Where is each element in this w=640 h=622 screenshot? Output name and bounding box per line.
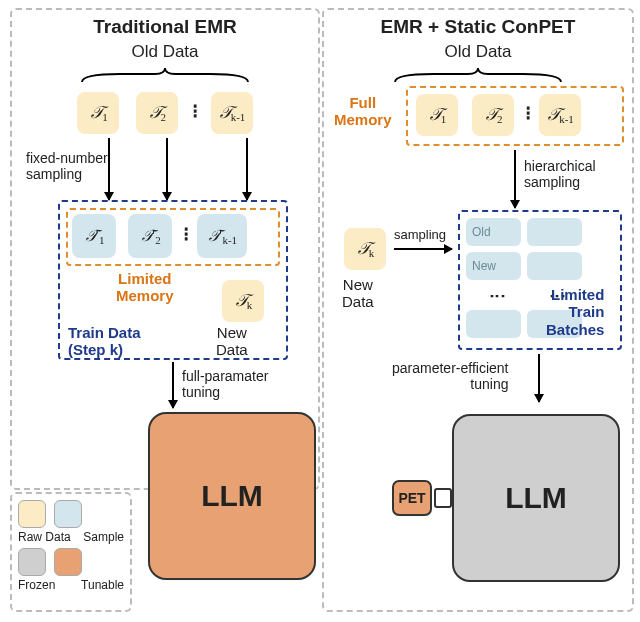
legend-swatch-tunable (54, 548, 82, 576)
task-box-tk1-r: 𝒯k-1 (539, 94, 581, 136)
new-data-label-right: New Data (342, 276, 374, 311)
task-box-tk-r: 𝒯k (344, 228, 386, 270)
arrow-icon (538, 354, 540, 402)
batch-cell (527, 218, 582, 246)
sample-box-s1: 𝒯'1 (72, 214, 116, 258)
limited-memory-label: Limited Memory (116, 270, 174, 305)
legend-sample (54, 500, 82, 528)
arrow-icon (514, 150, 516, 208)
dots-icon: ⁝ (192, 100, 196, 122)
sample-box-s2: 𝒯'2 (128, 214, 172, 258)
dots-icon: ⁝ (525, 102, 529, 124)
arrow-icon (172, 362, 174, 408)
old-data-label-left: Old Data (12, 42, 318, 62)
task-box-t2: 𝒯2 (136, 92, 178, 134)
llm-box-tunable: LLM (148, 412, 316, 580)
emr-conpet-panel: EMR + Static ConPET Old Data Full Memory… (322, 8, 634, 612)
task-box-t1-r: 𝒯1 (416, 94, 458, 136)
left-title: Traditional EMR (12, 16, 318, 38)
train-data-label: Train Data (Step k) (68, 324, 141, 359)
batch-cell-old: Old (466, 218, 521, 246)
old-data-label-right: Old Data (324, 42, 632, 62)
arrow-icon (166, 138, 168, 200)
llm-label: LLM (201, 479, 263, 513)
legend-swatch-frozen (18, 548, 46, 576)
batch-cell (466, 310, 521, 338)
pet-tuning-label: parameter-efficient tuning (392, 360, 508, 392)
full-param-label: full-paramater tuning (182, 368, 268, 400)
arrow-icon (108, 138, 110, 200)
brace-icon (80, 66, 250, 84)
legend-frozen-label: Frozen (18, 578, 55, 592)
legend-raw-label: Raw Data (18, 530, 71, 544)
hier-sampling-label: hierarchical sampling (524, 158, 596, 190)
brace-icon (393, 66, 563, 84)
sample-box-sk1: 𝒯'k-1 (197, 214, 247, 258)
right-title: EMR + Static ConPET (324, 16, 632, 38)
task-box-tk1: 𝒯k-1 (211, 92, 253, 134)
connector-box (434, 488, 452, 508)
dots-icon: ⋮ (488, 288, 507, 301)
batch-cell (527, 252, 582, 280)
llm-label-right: LLM (505, 481, 567, 515)
task-box-t2-r: 𝒯2 (472, 94, 514, 136)
legend-swatch-sample (54, 500, 82, 528)
legend-sample-label: Sample (83, 530, 124, 544)
sampling-label: sampling (394, 228, 446, 243)
legend-tunable (54, 548, 82, 576)
legend-swatch-raw (18, 500, 46, 528)
task-box-t1: 𝒯1 (77, 92, 119, 134)
pet-box: PET (392, 480, 432, 516)
legend-frozen (18, 548, 46, 576)
full-memory-label: Full Memory (334, 94, 392, 129)
dots-icon: ⁝ (183, 223, 187, 245)
batch-cell-new: New (466, 252, 521, 280)
legend-panel: Raw Data Sample Frozen Tunable (10, 492, 132, 612)
legend-tunable-label: Tunable (81, 578, 124, 592)
task-box-tk: 𝒯k (222, 280, 264, 322)
new-data-label-left: New Data (216, 324, 248, 359)
arrow-icon (246, 138, 248, 200)
legend-raw (18, 500, 46, 528)
pet-label: PET (398, 490, 425, 506)
llm-box-frozen: LLM (452, 414, 620, 582)
arrow-icon (394, 248, 452, 250)
fixed-sampling-label: fixed-number sampling (26, 150, 108, 182)
limited-batches-label: Limited Train Batches (546, 286, 604, 338)
batch-grid: Old New (466, 218, 582, 280)
